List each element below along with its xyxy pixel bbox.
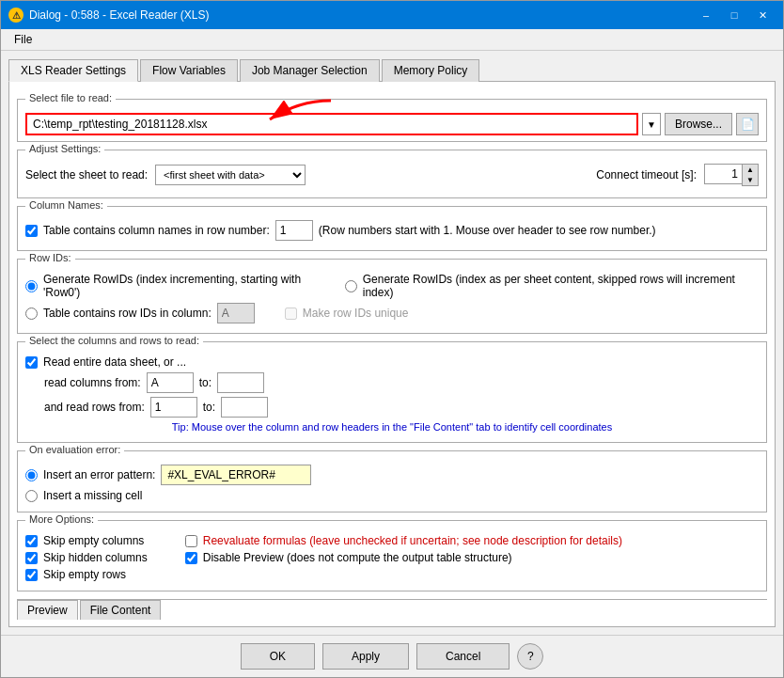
row-range-row: and read rows from: to: (44, 397, 759, 418)
tip-text: Tip: Mouse over the column and row heade… (25, 421, 759, 433)
error-pattern-radio[interactable] (25, 469, 38, 481)
main-window: ⚠ Dialog - 0:588 - Excel Reader (XLS) – … (0, 0, 784, 678)
skip-empty-rows-label: Skip empty rows (43, 568, 126, 581)
timeout-spinner: ▲ ▼ (704, 164, 759, 186)
reevaluate-row: Reevaluate formulas (leave unchecked if … (185, 534, 622, 547)
row-number-input[interactable] (275, 220, 313, 241)
spin-down-button[interactable]: ▼ (743, 175, 758, 185)
spin-up-button[interactable]: ▲ (743, 165, 758, 175)
reevaluate-label: Reevaluate formulas (leave unchecked if … (203, 534, 622, 547)
row-id-radio1-row: Generate RowIDs (index incrementing, sta… (25, 273, 759, 299)
file-menu[interactable]: File (8, 31, 38, 48)
make-unique-label: Make row IDs unique (303, 307, 409, 320)
column-names-checkbox[interactable] (25, 225, 38, 237)
ok-button[interactable]: OK (241, 643, 315, 670)
disable-preview-checkbox[interactable] (185, 552, 197, 564)
timeout-label: Connect timeout [s]: (596, 168, 697, 181)
adjust-row: Select the sheet to read: <first sheet w… (25, 164, 759, 186)
more-options-right: Reevaluate formulas (leave unchecked if … (185, 534, 622, 585)
columns-rows-section: Select the columns and rows to read: Rea… (17, 341, 767, 443)
skip-hidden-cols-checkbox[interactable] (25, 552, 38, 564)
adjust-section: Adjust Settings: Select the sheet to rea… (17, 150, 767, 198)
column-names-label: Table contains column names in row numbe… (43, 224, 270, 237)
columns-rows-body: Read entire data sheet, or ... read colu… (25, 355, 759, 433)
columns-rows-title: Select the columns and rows to read: (25, 335, 203, 346)
file-path-input[interactable] (25, 113, 638, 135)
column-names-row: Table contains column names in row numbe… (25, 220, 759, 241)
missing-cell-label: Insert a missing cell (43, 489, 142, 502)
file-dropdown-button[interactable]: ▼ (642, 113, 661, 135)
bottom-tab-file-content[interactable]: File Content (80, 600, 162, 620)
tab-xls-reader-settings[interactable]: XLS Reader Settings (8, 59, 138, 82)
skip-empty-cols-checkbox[interactable] (25, 535, 38, 547)
col-to-input[interactable] (217, 372, 264, 393)
title-bar-text: Dialog - 0:588 - Excel Reader (XLS) (29, 8, 209, 22)
adjust-section-body: Select the sheet to read: <first sheet w… (25, 164, 759, 186)
error-pattern-label: Insert an error pattern: (43, 468, 155, 481)
skip-empty-cols-row: Skip empty columns (25, 534, 148, 547)
row-ids-body: Generate RowIDs (index incrementing, sta… (25, 273, 759, 323)
adjust-section-title: Adjust Settings: (25, 143, 104, 154)
tab-flow-variables[interactable]: Flow Variables (140, 59, 238, 82)
title-bar: ⚠ Dialog - 0:588 - Excel Reader (XLS) – … (1, 1, 783, 29)
skip-empty-rows-checkbox[interactable] (25, 569, 38, 581)
reevaluate-checkbox[interactable] (185, 535, 197, 547)
row-id-radio1[interactable] (25, 280, 38, 292)
title-bar-left: ⚠ Dialog - 0:588 - Excel Reader (XLS) (8, 8, 209, 23)
browse-button[interactable]: Browse... (665, 113, 732, 135)
row-id-radio3-label: Table contains row IDs in column: (43, 307, 212, 320)
error-pattern-input[interactable] (161, 465, 311, 485)
sheet-label: Select the sheet to read: (25, 168, 148, 181)
cancel-button[interactable]: Cancel (416, 643, 510, 670)
missing-cell-radio[interactable] (25, 490, 38, 502)
more-options-left: Skip empty columns Skip hidden columns S… (25, 534, 148, 585)
maximize-button[interactable]: □ (721, 6, 747, 24)
title-bar-controls: – □ ✕ (693, 6, 776, 24)
col-to-label: to: (199, 376, 212, 389)
eval-error-title: On evaluation error: (25, 444, 124, 455)
tab-content: Select file to read: (8, 82, 776, 627)
skip-empty-rows-row: Skip empty rows (25, 568, 148, 581)
row-to-input[interactable] (221, 397, 268, 418)
skip-hidden-cols-row: Skip hidden columns (25, 551, 148, 564)
missing-cell-row: Insert a missing cell (25, 489, 759, 502)
tab-memory-policy[interactable]: Memory Policy (382, 59, 480, 82)
col-from-input[interactable] (147, 372, 194, 393)
read-entire-checkbox[interactable] (25, 356, 38, 369)
file-icon-button[interactable]: 📄 (736, 113, 759, 135)
read-entire-label: Read entire data sheet, or ... (43, 355, 186, 369)
minimize-button[interactable]: – (693, 6, 719, 24)
row-id-radio3[interactable] (25, 307, 38, 320)
close-button[interactable]: ✕ (749, 6, 776, 24)
skip-hidden-cols-label: Skip hidden columns (43, 551, 148, 564)
skip-empty-cols-label: Skip empty columns (43, 534, 144, 547)
footer: OK Apply Cancel ? (1, 635, 783, 677)
make-unique-checkbox[interactable] (285, 307, 297, 320)
file-section-title: Select file to read: (25, 92, 116, 103)
row-id-column-input[interactable] (217, 303, 255, 323)
more-options-body: Skip empty columns Skip hidden columns S… (25, 534, 759, 585)
row-id-radio2-label: Generate RowIDs (index as per sheet cont… (363, 273, 759, 299)
timeout-input[interactable] (704, 164, 742, 184)
row-id-radio1-label: Generate RowIDs (index incrementing, sta… (43, 273, 334, 299)
tab-job-manager-selection[interactable]: Job Manager Selection (240, 59, 380, 82)
row-from-input[interactable] (150, 397, 197, 418)
more-options-section: More Options: Skip empty columns Skip hi… (17, 520, 767, 591)
bottom-tab-preview[interactable]: Preview (17, 600, 78, 620)
apply-button[interactable]: Apply (322, 643, 409, 670)
column-names-section: Column Names: Table contains column name… (17, 206, 767, 251)
row-id-radio3-row: Table contains row IDs in column: Make r… (25, 303, 759, 323)
row-from-label: and read rows from: (44, 401, 145, 414)
eval-error-body: Insert an error pattern: Insert a missin… (25, 465, 759, 502)
row-id-radio2[interactable] (345, 280, 357, 292)
file-section: Select file to read: (17, 99, 767, 142)
read-entire-row: Read entire data sheet, or ... (25, 355, 759, 369)
column-names-note: (Row numbers start with 1. Mouse over he… (319, 224, 656, 237)
help-button[interactable]: ? (517, 643, 543, 670)
sheet-select[interactable]: <first sheet with data> (155, 165, 306, 185)
col-from-label: read columns from: (44, 376, 141, 389)
col-range-row: read columns from: to: (44, 372, 759, 393)
warning-icon: ⚠ (8, 8, 24, 23)
more-options-columns: Skip empty columns Skip hidden columns S… (25, 534, 759, 585)
menu-bar: File (1, 29, 783, 51)
